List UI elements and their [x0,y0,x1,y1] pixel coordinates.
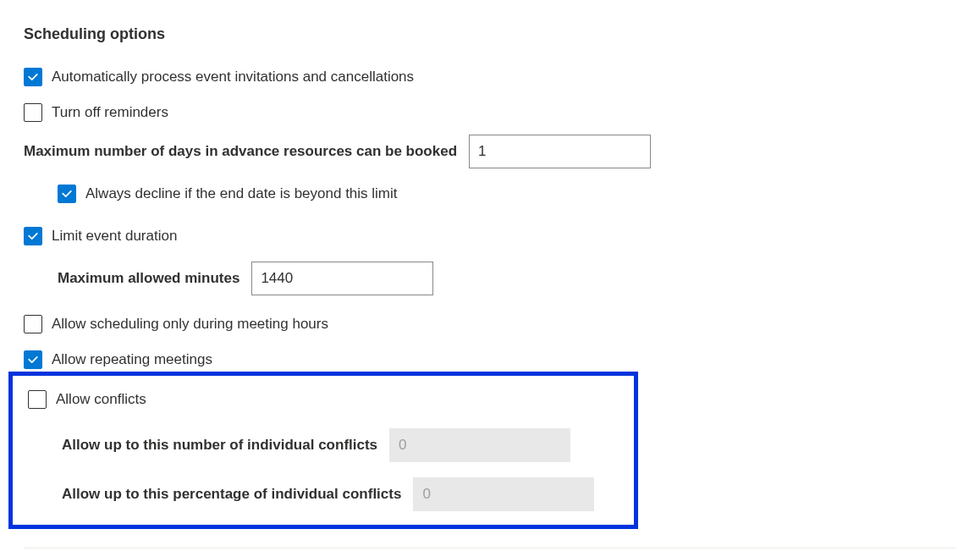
allow-repeating-label: Allow repeating meetings [52,351,212,368]
always-decline-row: Always decline if the end date is beyond… [58,180,956,207]
turn-off-reminders-label: Turn off reminders [52,104,168,121]
allow-conflicts-checkbox[interactable] [28,390,47,409]
schedule-only-hours-label: Allow scheduling only during meeting hou… [52,316,328,333]
allow-repeating-checkbox[interactable] [24,350,42,369]
section-divider [24,548,956,548]
pct-conflicts-input[interactable] [413,477,594,511]
max-minutes-label: Maximum allowed minutes [58,270,239,287]
max-days-row: Maximum number of days in advance resour… [24,135,956,168]
limit-duration-label: Limit event duration [52,228,177,245]
conflicts-highlight-box: Allow conflicts Allow up to this number … [8,372,638,529]
limit-duration-checkbox[interactable] [24,227,42,245]
schedule-only-hours-checkbox[interactable] [24,315,42,333]
always-decline-label: Always decline if the end date is beyond… [85,185,398,202]
checkmark-icon [61,188,73,200]
max-days-input[interactable] [469,135,651,168]
num-conflicts-label: Allow up to this number of individual co… [62,437,377,454]
num-conflicts-row: Allow up to this number of individual co… [62,428,619,462]
always-decline-checkbox[interactable] [58,185,76,203]
num-conflicts-input[interactable] [389,428,570,462]
auto-process-row: Automatically process event invitations … [24,63,956,91]
checkmark-icon [27,230,39,242]
pct-conflicts-label: Allow up to this percentage of individua… [62,486,401,503]
checkmark-icon [27,71,39,83]
auto-process-checkbox[interactable] [24,68,42,86]
pct-conflicts-row: Allow up to this percentage of individua… [62,477,619,511]
checkmark-icon [27,354,39,366]
turn-off-reminders-row: Turn off reminders [24,99,956,126]
max-minutes-input[interactable] [251,262,433,295]
max-days-label: Maximum number of days in advance resour… [24,143,457,160]
allow-conflicts-label: Allow conflicts [56,391,146,408]
auto-process-label: Automatically process event invitations … [52,69,414,85]
max-minutes-row: Maximum allowed minutes [58,262,956,295]
section-title: Scheduling options [24,25,956,43]
schedule-only-hours-row: Allow scheduling only during meeting hou… [24,311,956,338]
allow-conflicts-row: Allow conflicts [28,386,619,413]
limit-duration-row: Limit event duration [24,223,956,250]
turn-off-reminders-checkbox[interactable] [24,103,42,122]
allow-repeating-row: Allow repeating meetings [24,346,956,373]
